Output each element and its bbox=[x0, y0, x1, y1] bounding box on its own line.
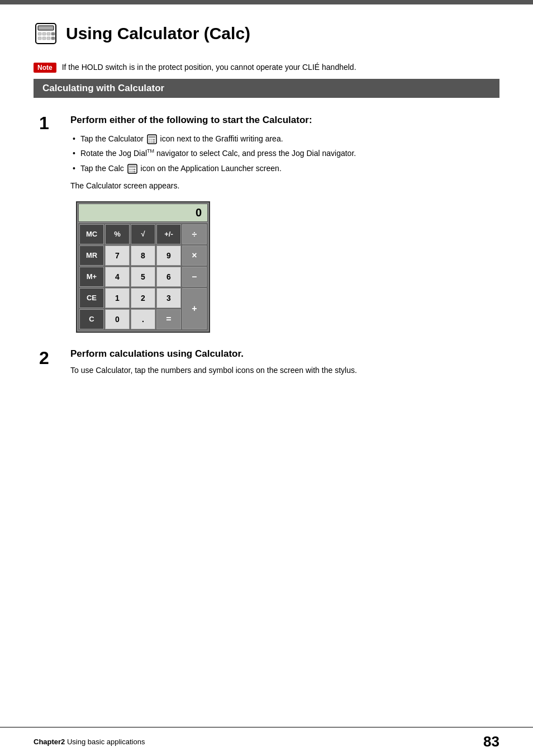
calculator-inline-icon bbox=[147, 134, 157, 144]
bullet-1: Tap the Calculator bbox=[70, 133, 499, 145]
step-1-content: Perform either of the following to start… bbox=[70, 114, 499, 333]
step-1-bullets: Tap the Calculator bbox=[70, 133, 499, 174]
calc-btn-9[interactable]: 9 bbox=[156, 245, 181, 266]
page-title-section: Using Calculator (Calc) bbox=[34, 21, 499, 46]
step-1: 1 Perform either of the following to sta… bbox=[39, 114, 499, 333]
step-2-content: Perform calculations using Calculator. T… bbox=[70, 348, 499, 376]
svg-rect-5 bbox=[51, 32, 55, 35]
bullet-2: Rotate the Jog DialTM navigator to selec… bbox=[70, 147, 499, 159]
calc-btn-3[interactable]: 3 bbox=[156, 288, 181, 308]
svg-rect-24 bbox=[131, 171, 133, 172]
svg-rect-7 bbox=[42, 37, 46, 40]
page-title: Using Calculator (Calc) bbox=[66, 24, 250, 43]
footer-left: Chapter2 Using basic applications bbox=[34, 738, 145, 746]
page-content: Using Calculator (Calc) Note If the HOLD… bbox=[0, 4, 533, 426]
note-text: If the HOLD switch is in the protect pos… bbox=[62, 62, 356, 73]
footer-chapter-desc: Using basic applications bbox=[67, 738, 145, 746]
step-2-number: 2 bbox=[39, 348, 59, 376]
svg-rect-6 bbox=[38, 37, 41, 40]
calc-display: 0 bbox=[78, 204, 208, 222]
svg-rect-13 bbox=[151, 139, 153, 140]
calc-btn-8[interactable]: 8 bbox=[131, 245, 155, 266]
step-2-body: To use Calculator, tap the numbers and s… bbox=[70, 364, 499, 376]
svg-rect-16 bbox=[151, 141, 153, 143]
note-badge: Note bbox=[34, 63, 56, 73]
calc-inline-icon bbox=[127, 164, 137, 174]
svg-rect-11 bbox=[149, 136, 155, 138]
calc-btn-sqrt[interactable]: √ bbox=[131, 224, 155, 244]
svg-rect-22 bbox=[134, 169, 135, 170]
calc-btn-0[interactable]: 0 bbox=[105, 309, 130, 329]
svg-rect-21 bbox=[131, 169, 133, 170]
calc-btn-5[interactable]: 5 bbox=[131, 267, 155, 287]
section-header: Calculating with Calculator bbox=[34, 79, 499, 98]
steps-container: 1 Perform either of the following to sta… bbox=[34, 114, 499, 376]
calc-btn-4[interactable]: 4 bbox=[105, 267, 130, 287]
bullet-3: Tap the Calc bbox=[70, 162, 499, 174]
calc-btn-minus[interactable]: – bbox=[182, 267, 207, 287]
svg-rect-2 bbox=[38, 32, 41, 35]
svg-rect-19 bbox=[129, 166, 136, 168]
calc-btn-ce[interactable]: CE bbox=[79, 288, 104, 308]
calc-btn-mr[interactable]: MR bbox=[79, 245, 104, 266]
svg-rect-1 bbox=[38, 26, 54, 30]
svg-rect-17 bbox=[153, 141, 155, 143]
calc-btn-plusminus[interactable]: +/- bbox=[156, 224, 181, 244]
step-2-title: Perform calculations using Calculator. bbox=[70, 348, 499, 360]
svg-rect-3 bbox=[42, 32, 46, 35]
footer-chapter: Chapter2 bbox=[34, 738, 65, 746]
calc-btn-6[interactable]: 6 bbox=[156, 267, 181, 287]
calc-btn-7[interactable]: 7 bbox=[105, 245, 130, 266]
calc-btn-1[interactable]: 1 bbox=[105, 288, 130, 308]
svg-rect-9 bbox=[51, 37, 55, 40]
calc-btn-divide[interactable]: ÷ bbox=[182, 224, 207, 244]
calc-btn-percent[interactable]: % bbox=[105, 224, 130, 244]
svg-rect-4 bbox=[47, 32, 50, 35]
footer: Chapter2 Using basic applications 83 bbox=[0, 727, 533, 756]
step-1-number: 1 bbox=[39, 114, 59, 333]
calculator-title-icon bbox=[34, 21, 58, 46]
step-1-note: The Calculator screen appears. bbox=[70, 181, 499, 190]
svg-rect-20 bbox=[129, 169, 131, 170]
calc-btn-c[interactable]: C bbox=[79, 309, 104, 329]
step-1-title: Perform either of the following to start… bbox=[70, 114, 499, 127]
calculator-image: 0 MC % √ +/- ÷ MR 7 8 9 × bbox=[76, 201, 210, 333]
svg-rect-8 bbox=[47, 37, 50, 40]
calc-btn-equals[interactable]: = bbox=[156, 309, 181, 329]
svg-rect-14 bbox=[153, 139, 155, 140]
step-2: 2 Perform calculations using Calculator.… bbox=[39, 348, 499, 376]
calc-btn-multiply[interactable]: × bbox=[182, 245, 207, 266]
calc-btn-mplus[interactable]: M+ bbox=[79, 267, 104, 287]
calc-btn-mc[interactable]: MC bbox=[79, 224, 104, 244]
svg-rect-23 bbox=[129, 171, 131, 172]
svg-rect-25 bbox=[134, 171, 135, 172]
calc-buttons: MC % √ +/- ÷ MR 7 8 9 × M+ 4 5 bbox=[78, 223, 208, 330]
note-box: Note If the HOLD switch is in the protec… bbox=[34, 62, 356, 73]
calc-btn-2[interactable]: 2 bbox=[131, 288, 155, 308]
svg-rect-12 bbox=[149, 139, 150, 140]
calc-btn-plus[interactable]: + bbox=[182, 288, 207, 329]
footer-page-number: 83 bbox=[483, 733, 499, 750]
calc-btn-dot[interactable]: . bbox=[131, 309, 155, 329]
svg-rect-15 bbox=[149, 141, 150, 143]
top-bar bbox=[0, 0, 533, 4]
